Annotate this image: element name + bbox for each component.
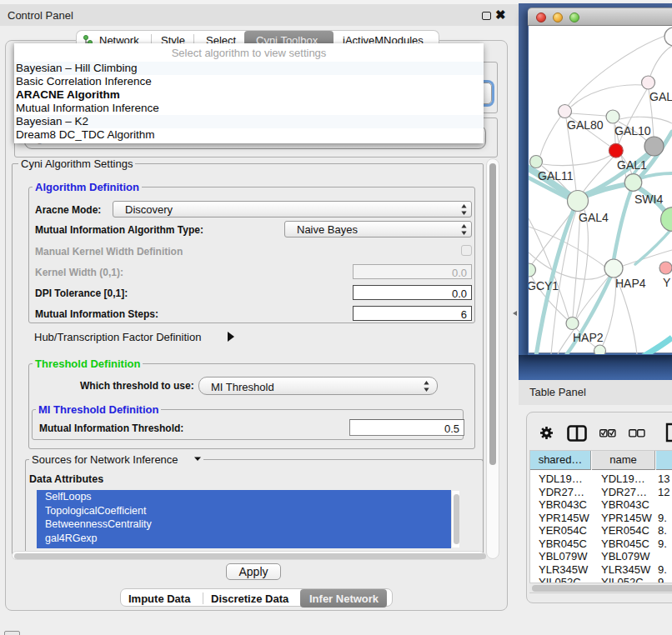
svg-text:GAL1: GAL1 [617, 158, 647, 172]
svg-text:SWI4: SWI4 [634, 192, 663, 206]
svg-text:GAL: GAL [649, 90, 672, 103]
svg-text:GAL80: GAL80 [567, 118, 604, 132]
svg-text:GAL10: GAL10 [614, 124, 651, 138]
svg-text:GCY1: GCY1 [529, 279, 559, 292]
svg-text:GAL4: GAL4 [579, 211, 609, 224]
svg-text:HAP4: HAP4 [615, 277, 646, 290]
svg-text:GAL11: GAL11 [538, 169, 574, 182]
svg-text:HAP2: HAP2 [573, 331, 604, 344]
svg-text:Y: Y [663, 276, 671, 289]
